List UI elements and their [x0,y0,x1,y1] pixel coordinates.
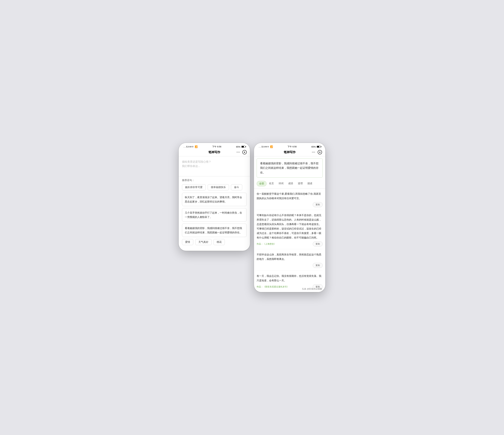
nav-bar-left: 笔神写作 ··· [179,150,250,156]
tab-poetry[interactable]: 诗词 [276,181,286,186]
suggestion-card-3[interactable]: 看着她倔强的背影，我感到很难过很不舍，我不想我们之间就这样结束，我想跟她一起证明… [182,224,247,237]
wifi-icon-r: 📶 [270,145,273,148]
target-button[interactable] [242,150,247,154]
recommended-section: 推荐语句： 她长得非常可爱 很幸福很快乐 奋斗 秋天到了，夜里渐渐凉了起来。望着… [179,176,250,251]
battery-fill-r [317,146,319,147]
wifi-icon: 📶 [195,145,198,148]
suggestion-card-2[interactable]: 几个高手突然就动手打了起来，一时间难分胜负，在一旁围观的人都惊呆了。 [182,208,247,222]
status-bar-right: ....无SIM卡 📶 下午 6:56 65% [254,143,325,150]
result-footer-2: 作品：《上海堡垒》 复制 [257,242,323,248]
signal-icon-r: ....无SIM卡 [259,145,269,148]
status-time-r: 下午 6:56 [288,145,297,148]
nav-actions-right[interactable]: ··· [312,150,322,154]
filter-tabs[interactable]: 全部 名言 诗词 成语 道理 描述 [254,180,325,189]
tag-item[interactable]: 她长得非常可爱 [182,184,206,190]
result-source-2: 作品：《上海堡垒》 [257,243,313,245]
app-title-left: 笔神写作 [208,150,220,154]
status-bar-left: ....无SIM卡 📶 下午 6:56 65% [179,143,250,150]
more-menu-button-r[interactable]: ··· [312,151,315,154]
suggestion-card-1[interactable]: 秋天到了，夜里渐渐凉了起来。望着月亮，我时常会思念起家乡，回忆起那些过去的事情。 [182,193,247,206]
watermark: 头条 @职场办公技能 [302,288,322,290]
status-left-r: ....无SIM卡 📶 [259,145,273,148]
battery-fill [242,146,244,147]
nav-bar-right: 笔神写作 ··· [254,150,325,156]
tab-quotes[interactable]: 名言 [267,181,276,186]
tab-describe[interactable]: 描述 [305,181,315,186]
tag-item[interactable]: 很幸福很快乐 [208,184,229,190]
result-item-2: 可事到如今你还有什么不舍得的呢？本来不是你的，也就无所谓失去了，还搞得那么悲伤的… [257,210,323,249]
battery-pct: 65% [236,145,240,148]
right-phone: ....无SIM卡 📶 下午 6:56 65% 笔神写作 ··· 看着她倔强的背… [254,143,325,292]
app-wrapper: ....无SIM卡 📶 下午 6:56 65% 笔神写作 ··· 描绘美景还 [179,143,325,292]
tag-row-2: 爱情 天气真好 桃花 [182,239,247,245]
divider-right-top [254,156,325,156]
status-right-r: 65% [311,145,321,148]
search-area[interactable]: 描绘美景还是写段心情？ 我们帮你表达... [179,156,250,176]
tag-item[interactable]: 爱情 [182,239,193,245]
tag-row-1: 她长得非常可爱 很幸福很快乐 奋斗 [182,184,247,190]
placeholder-line1: 描绘美景还是写段心情？ [182,160,211,163]
tab-all[interactable]: 全部 [257,181,267,186]
recommended-title: 推荐语句： [182,179,247,182]
search-placeholder: 描绘美景还是写段心情？ 我们帮你表达... [182,160,247,168]
result-item-1: 你一直默默坚守着这个家,爱着我们,而我却忽略了你,我甚至固执的认为你根本对我没有… [257,189,323,210]
app-title-right: 笔神写作 [284,150,296,154]
copy-button-2[interactable]: 复制 [313,242,323,246]
result-text-1: 你一直默默坚守着这个家,爱着我们,而我却忽略了你,我甚至固执的认为你根本对我没有… [257,191,323,200]
battery-icon-r [317,146,321,148]
battery-pct-r: 65% [311,145,316,148]
result-item-3: 不想毕业这么快，真想再呆在学校里，突然留恋起这个熟悉的地方，虽然我即将离去。 复… [257,249,323,271]
tag-item[interactable]: 天气真好 [195,239,212,245]
more-menu-button[interactable]: ··· [237,151,240,154]
result-text-4: 有一天，我会忘记你。我没有很期待，也没有觉得失落。我只是知道，会有那么一天。 [257,274,323,283]
tag-item[interactable]: 奋斗 [231,184,242,190]
signal-icon: ....无SIM卡 [183,145,194,148]
status-right: 65% [236,145,245,148]
tab-idioms[interactable]: 成语 [286,181,296,186]
result-footer-3: 复制 [257,263,323,270]
result-text-2: 可事到如今你还有什么不舍得的呢？本来不是你的，也就无所谓失去了，还搞得那么悲伤的… [257,213,323,240]
status-time: 下午 6:56 [212,145,221,148]
tag-item[interactable]: 桃花 [214,239,225,245]
result-text-3: 不想毕业这么快，真想再呆在学校里，突然留恋起这个熟悉的地方，虽然我即将离去。 [257,252,323,261]
result-footer-1: 复制 [257,202,323,209]
nav-actions-left[interactable]: ··· [237,150,247,154]
placeholder-line2: 我们帮你表达... [182,165,200,167]
text-input-display[interactable]: 看着她倔强的背影，我感到很难过很不舍，我不想我们之间就这样结束，我想跟她一起证明… [257,158,323,178]
battery-icon [241,146,245,148]
status-left: ....无SIM卡 📶 [183,145,198,148]
target-button-r[interactable] [318,150,322,154]
copy-button-1[interactable]: 复制 [313,202,323,207]
results-list: 你一直默默坚守着这个家,爱着我们,而我却忽略了你,我甚至固执的认为你根本对我没有… [254,189,325,292]
copy-button-3[interactable]: 复制 [313,263,323,268]
tab-reason[interactable]: 道理 [296,181,305,186]
left-phone: ....无SIM卡 📶 下午 6:56 65% 笔神写作 ··· 描绘美景还 [179,143,250,251]
